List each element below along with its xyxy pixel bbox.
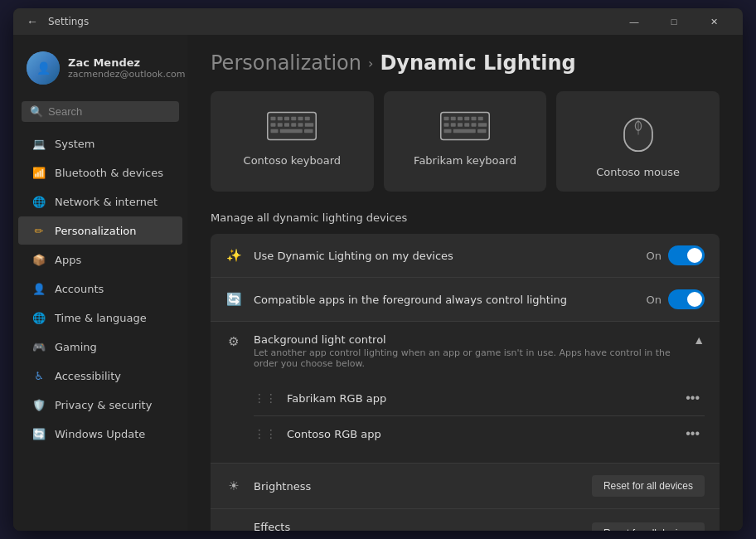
accessibility-icon: ♿: [32, 368, 46, 383]
svg-rect-23: [444, 123, 449, 127]
sidebar-item-apps[interactable]: 📦 Apps: [18, 245, 182, 274]
maximize-button[interactable]: □: [655, 8, 693, 35]
main-content: Personalization › Dynamic Lighting C: [187, 35, 743, 531]
user-info: Zac Mendez zacmendez@outlook.com: [68, 56, 185, 80]
sidebar-item-bluetooth[interactable]: 📶 Bluetooth & devices: [18, 158, 182, 187]
svg-rect-8: [278, 123, 283, 127]
svg-rect-15: [304, 129, 313, 134]
sidebar-item-label: Network & internet: [55, 196, 158, 208]
svg-rect-28: [478, 123, 487, 127]
sidebar-item-label: System: [55, 138, 94, 150]
windows-update-icon: 🔄: [32, 426, 46, 441]
more-options-fabrikam-rgb[interactable]: •••: [681, 389, 705, 407]
svg-rect-25: [458, 123, 463, 127]
more-options-contoso-rgb[interactable]: •••: [681, 425, 705, 443]
sidebar-item-system[interactable]: 💻 System: [18, 129, 182, 158]
sidebar-item-label: Personalization: [55, 225, 137, 237]
svg-rect-26: [464, 123, 469, 127]
drag-handle-contoso-rgb[interactable]: ⋮⋮: [254, 427, 277, 440]
sidebar-item-gaming[interactable]: 🎮 Gaming: [18, 333, 182, 361]
sidebar-item-privacy[interactable]: 🛡️ Privacy & security: [18, 391, 182, 419]
settings-icon-use-dynamic-lighting: ✨: [225, 247, 242, 264]
row-title-background-light-control: Background light control: [254, 333, 681, 346]
section-title: Manage all dynamic lighting devices: [211, 211, 720, 224]
contoso-keyboard-label: Contoso keyboard: [244, 154, 341, 167]
minimize-button[interactable]: —: [615, 8, 653, 35]
sidebar-item-personalization[interactable]: ✏️ Personalization: [18, 216, 182, 245]
svg-rect-18: [451, 117, 456, 121]
content-area: 👤 Zac Mendez zacmendez@outlook.com 🔍 💻 S…: [13, 35, 743, 531]
svg-rect-12: [305, 123, 314, 127]
contoso-mouse-label: Contoso mouse: [596, 166, 680, 178]
svg-rect-13: [271, 129, 279, 134]
svg-rect-17: [444, 117, 449, 121]
window-title: Settings: [48, 16, 89, 27]
row-content-background-light-control: Background light control Let another app…: [254, 333, 681, 369]
sidebar-item-label: Bluetooth & devices: [55, 167, 163, 179]
expanded-body-background-light-control: ⋮⋮ Fabrikam RGB app ••• ⋮⋮ Contoso RGB a…: [225, 381, 705, 451]
row-right-use-dynamic-lighting: On: [647, 245, 705, 265]
bluetooth-icon: 📶: [32, 165, 46, 180]
row-right-compatible-apps: On: [647, 289, 705, 309]
close-button[interactable]: ✕: [695, 8, 733, 35]
device-card-contoso-keyboard[interactable]: Contoso keyboard: [211, 91, 374, 192]
sidebar-item-accessibility[interactable]: ♿ Accessibility: [18, 362, 182, 390]
sidebar-item-label: Apps: [55, 254, 81, 266]
expanded-header: ⚙️ Background light control Let another …: [225, 333, 705, 369]
device-cards: Contoso keyboard Fabrikam keyboard: [211, 91, 720, 192]
svg-rect-1: [271, 117, 276, 121]
svg-rect-30: [453, 129, 476, 134]
svg-rect-24: [451, 123, 456, 127]
fabrikam-keyboard-device-icon: [440, 111, 490, 144]
svg-rect-3: [284, 117, 289, 121]
svg-rect-19: [458, 117, 463, 121]
settings-row-effects: ✏️ Effects Choose color themes and effec…: [211, 509, 720, 531]
row-subtitle-background-light-control: Let another app control lighting when an…: [254, 347, 681, 369]
personalization-icon: ✏️: [32, 223, 46, 238]
row-right-brightness: Reset for all devices: [592, 475, 705, 497]
settings-row-brightness: ☀️ Brightness Reset for all devices: [211, 464, 720, 509]
nav-list: 💻 System 📶 Bluetooth & devices 🌐 Network…: [13, 129, 187, 449]
sidebar-item-accounts[interactable]: 👤 Accounts: [18, 274, 182, 303]
avatar: 👤: [27, 51, 60, 85]
breadcrumb: Personalization › Dynamic Lighting: [211, 51, 720, 75]
svg-rect-22: [478, 117, 483, 121]
sidebar: 👤 Zac Mendez zacmendez@outlook.com 🔍 💻 S…: [13, 35, 187, 531]
settings-list: ✨ Use Dynamic Lighting on my devices On …: [211, 234, 720, 531]
settings-window: ← Settings — □ ✕ 👤 Zac Mendez zacmendez@…: [13, 8, 743, 531]
row-content-brightness: Brightness: [254, 480, 580, 493]
toggle-compatible-apps[interactable]: [668, 289, 705, 309]
breadcrumb-parent: Personalization: [211, 51, 361, 75]
svg-rect-14: [280, 129, 303, 134]
sub-item-label-fabrikam-rgb: Fabrikam RGB app: [287, 392, 386, 405]
sidebar-item-label: Accessibility: [55, 370, 121, 382]
row-title-effects: Effects: [254, 521, 580, 531]
settings-row-use-dynamic-lighting: ✨ Use Dynamic Lighting on my devices On: [211, 234, 720, 278]
svg-rect-21: [472, 117, 477, 121]
user-profile[interactable]: 👤 Zac Mendez zacmendez@outlook.com: [13, 41, 187, 95]
network-icon: 🌐: [32, 194, 46, 209]
sidebar-item-label: Windows Update: [55, 428, 145, 440]
device-card-fabrikam-keyboard[interactable]: Fabrikam keyboard: [384, 91, 547, 192]
search-box[interactable]: 🔍: [22, 101, 179, 122]
toggle-use-dynamic-lighting[interactable]: [668, 245, 705, 265]
svg-rect-29: [444, 129, 452, 134]
sidebar-item-label: Gaming: [55, 341, 97, 353]
sidebar-item-network[interactable]: 🌐 Network & internet: [18, 187, 182, 216]
sidebar-item-label: Privacy & security: [55, 399, 152, 411]
sidebar-item-windows-update[interactable]: 🔄 Windows Update: [18, 420, 182, 448]
drag-handle-fabrikam-rgb[interactable]: ⋮⋮: [254, 391, 277, 405]
row-title-compatible-apps: Compatible apps in the foreground always…: [254, 294, 635, 306]
breadcrumb-current: Dynamic Lighting: [380, 51, 575, 75]
reset-button-brightness[interactable]: Reset for all devices: [592, 475, 705, 497]
titlebar-controls: — □ ✕: [615, 8, 733, 35]
sidebar-item-time[interactable]: 🌐 Time & language: [18, 303, 182, 332]
svg-rect-27: [472, 123, 477, 127]
collapse-button-background-light-control[interactable]: ▲: [693, 333, 705, 347]
back-button[interactable]: ←: [23, 15, 41, 28]
device-card-contoso-mouse[interactable]: Contoso mouse: [556, 91, 720, 192]
svg-rect-5: [298, 117, 303, 121]
search-input[interactable]: [48, 105, 187, 118]
time-icon: 🌐: [32, 310, 46, 325]
reset-button-effects[interactable]: Reset for all devices: [592, 522, 705, 531]
